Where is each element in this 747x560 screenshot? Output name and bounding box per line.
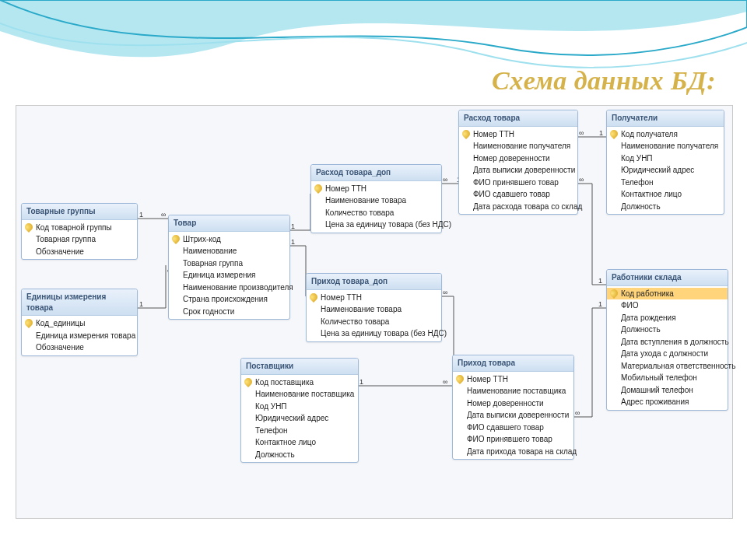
table-field[interactable]: Цена за единицу товара (без НДС) [311, 219, 441, 231]
table-field[interactable]: Дата ухода с должности [607, 348, 728, 360]
svg-text:∞: ∞ [443, 176, 447, 184]
table-field[interactable]: Должность [607, 201, 724, 213]
table-field[interactable]: Телефон [241, 425, 358, 437]
table-field[interactable]: Должность [241, 449, 358, 461]
table-field[interactable]: Код получателя [607, 128, 724, 141]
table-field[interactable]: Номер доверенности [459, 152, 577, 165]
svg-text:1: 1 [139, 300, 143, 308]
table-field[interactable]: Адрес проживания [607, 396, 728, 408]
table-field[interactable]: Мобильный телефон [607, 372, 728, 384]
table-field[interactable]: Срок годности [169, 306, 289, 318]
table-field[interactable]: Количество товара [307, 316, 441, 328]
svg-text:∞: ∞ [443, 378, 447, 386]
table-field[interactable]: Телефон [607, 177, 724, 189]
table-field[interactable]: ФИО сдавшего товар [453, 422, 573, 434]
table-field[interactable]: Код товарной группы [22, 222, 137, 234]
table-field[interactable]: Единица измерения [169, 269, 289, 282]
table-field[interactable]: Наименование товара [311, 194, 441, 207]
table-header: Товарные группы [22, 204, 137, 220]
table-rashod-tovara[interactable]: Расход товараНомер ТТННаименование получ… [458, 110, 578, 215]
svg-text:1: 1 [139, 211, 143, 219]
table-rashod-dop[interactable]: Расход товара_допНомер ТТННаименование т… [310, 164, 442, 233]
svg-text:1: 1 [359, 378, 363, 386]
table-field[interactable]: Страна происхождения [169, 293, 289, 306]
page-title: Схема данных БД: [492, 66, 716, 96]
svg-text:∞: ∞ [161, 211, 166, 219]
table-field[interactable]: Наименование производителя [169, 282, 289, 294]
table-field[interactable]: ФИО [607, 299, 728, 312]
svg-text:∞: ∞ [575, 409, 580, 417]
table-field[interactable]: Обозначение [22, 341, 137, 354]
svg-text:∞: ∞ [579, 129, 584, 137]
svg-text:1: 1 [598, 300, 602, 308]
table-field[interactable]: Контактное лицо [241, 436, 358, 449]
svg-text:∞: ∞ [443, 289, 447, 296]
table-header: Поставщики [241, 359, 358, 375]
table-header: Работники склада [607, 270, 728, 286]
table-field[interactable]: Номер ТТН [459, 128, 577, 141]
table-field[interactable]: Должность [607, 324, 728, 336]
table-field[interactable]: Материальная ответственность [607, 360, 728, 373]
table-header: Приход товара_доп [307, 274, 441, 290]
table-field[interactable]: Номер доверенности [453, 397, 573, 410]
table-edinicy-izmereniya[interactable]: Единицы измерения товараКод_единицыЕдини… [21, 289, 138, 356]
table-field[interactable]: Товарная группа [169, 257, 289, 270]
table-field[interactable]: Единица измерения товара [22, 330, 137, 342]
table-header: Товар [169, 215, 289, 232]
table-poluchateli[interactable]: ПолучателиКод получателяНаименование пол… [606, 110, 724, 215]
table-field[interactable]: Дата вступления в должность [607, 336, 728, 348]
table-field[interactable]: Контактное лицо [607, 188, 724, 201]
table-field[interactable]: Наименование поставщика [453, 385, 573, 397]
svg-text:1: 1 [598, 277, 602, 285]
table-header: Единицы измерения товара [22, 289, 137, 316]
table-field[interactable]: Количество товара [311, 207, 441, 219]
table-header: Расход товара [459, 110, 577, 127]
table-header: Приход товара [453, 355, 573, 372]
table-field[interactable]: Юридический адрес [241, 412, 358, 425]
table-postavshchiki[interactable]: ПоставщикиКод поставщикаНаименование пос… [240, 358, 359, 463]
svg-text:1: 1 [599, 129, 603, 137]
table-field[interactable]: Код работника [607, 288, 728, 300]
table-field[interactable]: Код поставщика [241, 376, 358, 389]
table-field[interactable]: Обозначение [22, 246, 137, 258]
table-field[interactable]: Номер ТТН [307, 292, 441, 304]
table-field[interactable]: Дата рождения [607, 312, 728, 324]
table-field[interactable]: Номер ТТН [311, 183, 441, 195]
svg-text:1: 1 [291, 222, 295, 230]
table-header: Расход товара_доп [311, 165, 441, 181]
table-field[interactable]: ФИО принявшего товар [459, 177, 577, 189]
table-field[interactable]: Дата выписки доверенности [453, 409, 573, 422]
svg-text:∞: ∞ [579, 176, 584, 184]
table-field[interactable]: Дата прихода товара на склад [453, 446, 573, 458]
table-field[interactable]: Дата выписки доверенности [459, 164, 577, 177]
table-field[interactable]: Цена за единицу товара (без НДС) [307, 327, 441, 340]
table-field[interactable]: Наименование [169, 245, 289, 257]
table-field[interactable]: ФИО принявшего товар [453, 433, 573, 446]
table-field[interactable]: Код УНП [241, 401, 358, 413]
table-field[interactable]: Штрих-код [169, 233, 289, 246]
schema-canvas: 1∞ 1∞ 1∞ 1∞ ∞1 ∞1 ∞1 ∞1 ∞1 1∞ Товарные г… [16, 105, 733, 519]
table-field[interactable]: Код УНП [607, 152, 724, 165]
table-field[interactable]: Юридический адрес [607, 164, 724, 177]
table-field[interactable]: Наименование поставщика [241, 388, 358, 401]
table-field[interactable]: Наименование получателя [459, 140, 577, 152]
table-tovar[interactable]: ТоварШтрих-кодНаименованиеТоварная групп… [168, 215, 290, 320]
table-field[interactable]: Наименование товара [307, 303, 441, 316]
table-field[interactable]: ФИО сдавшего товар [459, 188, 577, 201]
table-field[interactable]: Домашний телефон [607, 384, 728, 397]
table-field[interactable]: Наименование получателя [607, 140, 724, 152]
table-prihod-tovara[interactable]: Приход товараНомер ТТННаименование поста… [452, 355, 574, 460]
table-tovarnye-gruppy[interactable]: Товарные группыКод товарной группыТоварн… [21, 203, 138, 260]
table-rabotniki-sklada[interactable]: Работники складаКод работникаФИОДата рож… [606, 269, 728, 411]
table-prihod-dop[interactable]: Приход товара_допНомер ТТННаименование т… [306, 273, 442, 342]
table-field[interactable]: Дата расхода товара со склад [459, 201, 577, 213]
table-field[interactable]: Товарная группа [22, 233, 137, 246]
table-field[interactable]: Код_единицы [22, 317, 137, 330]
svg-text:1: 1 [291, 238, 295, 246]
table-header: Получатели [607, 110, 724, 127]
table-field[interactable]: Номер ТТН [453, 373, 573, 386]
